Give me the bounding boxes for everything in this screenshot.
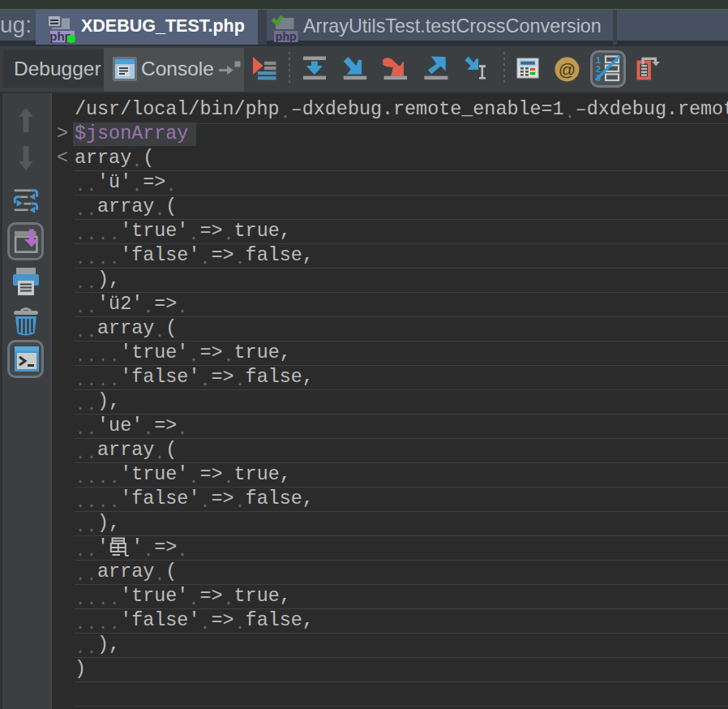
- svg-text:@: @: [559, 60, 576, 79]
- svg-text:php: php: [276, 30, 297, 43]
